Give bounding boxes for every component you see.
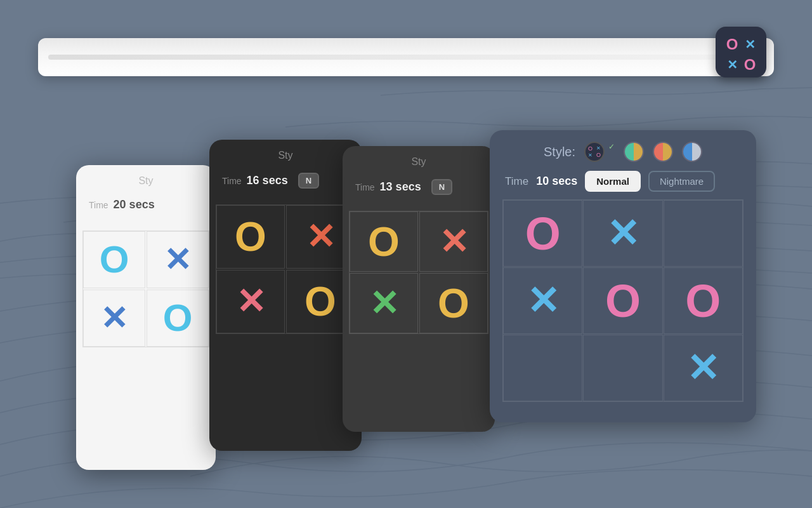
card-4-time-value: 10 secs <box>536 175 577 188</box>
card-2-mode-btn[interactable]: N <box>298 173 319 189</box>
style-dot-3[interactable] <box>653 142 673 162</box>
card-3-time-label: Time <box>355 182 375 192</box>
card-1-time-value: 20 secs <box>114 198 155 211</box>
normal-button[interactable]: Normal <box>585 171 641 192</box>
card-1-cell-01: ✕ <box>147 231 209 288</box>
card-4-header: Style: O ✕ ✕ O ✓ <box>490 130 756 167</box>
card-2-style-label: Sty <box>278 150 292 161</box>
card-4-cell-11: O <box>583 267 662 334</box>
card-4-cell-22: ✕ <box>664 335 743 401</box>
style-dot-4[interactable] <box>682 142 702 162</box>
app-icon-x2: ✕ <box>724 56 740 74</box>
card-1-cell-11: O <box>147 290 209 347</box>
app-icon[interactable]: O ✕ ✕ O <box>716 27 766 77</box>
card-4-cell-21 <box>583 335 662 401</box>
card-1-cell-00: O <box>83 231 145 288</box>
card-2-cell-00: O <box>216 205 285 269</box>
card-4-cell-01: ✕ <box>583 200 662 267</box>
card-3-mode-btn[interactable]: N <box>431 179 452 195</box>
nightmare-button[interactable]: Nightmare <box>648 171 715 192</box>
card-3-cell-10: ✕ <box>350 273 418 333</box>
app-icon-o2: O <box>742 56 757 74</box>
card-4-grid: O ✕ ✕ O O ✕ <box>502 199 743 402</box>
card-4-time-label: Time <box>505 175 528 188</box>
card-3-cell-11: O <box>419 273 488 333</box>
card-3-cell-00: O <box>350 211 418 272</box>
card-4: Style: O ✕ ✕ O ✓ <box>490 130 756 422</box>
app-icon-x1: ✕ <box>742 36 757 53</box>
card-2-cell-10: ✕ <box>216 270 285 333</box>
card-4-cell-00: O <box>503 200 582 267</box>
card-2: Sty Time 16 secs N O ✕ ✕ O <box>209 140 362 451</box>
card-2-time-value: 16 secs <box>247 174 288 187</box>
style-dot-2[interactable] <box>624 142 644 162</box>
card-1-cell-10: ✕ <box>83 290 145 347</box>
style-dot-1[interactable]: O ✕ ✕ O <box>584 142 605 162</box>
app-icon-o1: O <box>724 36 740 53</box>
card-3-style-label: Sty <box>411 156 426 167</box>
card-4-time-row: Time 10 secs Normal Nightmare <box>490 167 756 199</box>
card-3: Sty Time 13 secs N O ✕ ✕ O <box>343 146 495 432</box>
taskbar <box>38 38 774 76</box>
card-3-cell-01: ✕ <box>419 211 488 272</box>
card-1-style-label: Sty <box>138 175 153 186</box>
card-1: Sty Time 20 secs O ✕ ✕ O <box>76 165 216 470</box>
card-2-time-label: Time <box>222 176 242 186</box>
card-4-cell-20 <box>503 335 582 401</box>
card-4-cell-10: ✕ <box>503 267 582 334</box>
card-4-cell-12: O <box>664 267 743 334</box>
card-1-time-label: Time <box>89 200 108 210</box>
card-3-time-value: 13 secs <box>380 180 421 194</box>
card-4-style-label: Style: <box>544 145 575 159</box>
card-4-cell-02 <box>664 200 743 267</box>
